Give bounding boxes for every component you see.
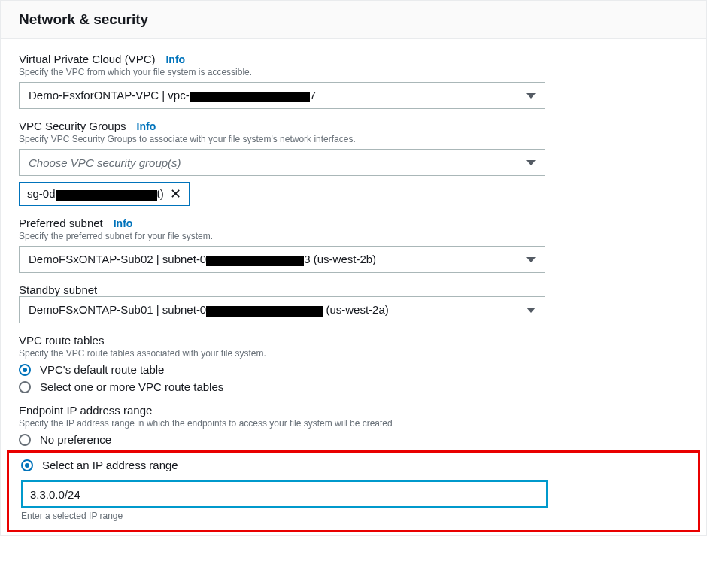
route-option-select-label: Select one or more VPC route tables xyxy=(40,380,223,393)
highlight-annotation: Select an IP address range 3.3.0.0/24 En… xyxy=(7,450,700,532)
vpc-info-link[interactable]: Info xyxy=(165,53,185,65)
radio-icon xyxy=(21,459,33,471)
route-tables-label: VPC route tables xyxy=(19,334,688,347)
standby-subnet-field: Standby subnet DemoFSxONTAP-Sub01 | subn… xyxy=(19,283,688,323)
standby-subnet-select[interactable]: DemoFSxONTAP-Sub01 | subnet-0 (us-west-2… xyxy=(19,296,545,323)
close-icon[interactable]: ✕ xyxy=(170,187,181,201)
preferred-subnet-select[interactable]: DemoFSxONTAP-Sub02 | subnet-03 (us-west-… xyxy=(19,246,545,273)
redacted-block xyxy=(190,92,310,102)
endpoint-option-nopref[interactable]: No preference xyxy=(19,433,688,446)
standby-subnet-value: DemoFSxONTAP-Sub01 | subnet-0 (us-west-2… xyxy=(29,303,389,316)
sg-hint: Specify VPC Security Groups to associate… xyxy=(19,134,688,144)
endpoint-hint: Specify the IP address range in which th… xyxy=(19,418,688,429)
endpoint-option-select-range-label: Select an IP address range xyxy=(42,459,178,471)
preferred-subnet-info-link[interactable]: Info xyxy=(114,217,133,229)
network-security-panel: Network & security Virtual Private Cloud… xyxy=(0,0,707,536)
ip-range-hint: Enter a selected IP range xyxy=(21,511,686,521)
ip-range-value: 3.3.0.0/24 xyxy=(30,488,80,501)
endpoint-field: Endpoint IP address range Specify the IP… xyxy=(19,404,688,532)
vpc-field: Virtual Private Cloud (VPC) Info Specify… xyxy=(19,53,688,109)
sg-select[interactable]: Choose VPC security group(s) xyxy=(19,149,545,176)
route-option-default-label: VPC's default route table xyxy=(40,363,164,376)
sg-field: VPC Security Groups Info Specify VPC Sec… xyxy=(19,120,688,206)
sg-selected-tag: sg-0dt) ✕ xyxy=(19,182,190,206)
sg-placeholder: Choose VPC security group(s) xyxy=(29,156,181,169)
sg-info-link[interactable]: Info xyxy=(137,120,156,132)
redacted-block xyxy=(206,256,304,266)
endpoint-option-select-range[interactable]: Select an IP address range xyxy=(21,459,686,471)
route-option-default[interactable]: VPC's default route table xyxy=(19,363,688,376)
chevron-down-icon xyxy=(526,257,536,262)
sg-label: VPC Security Groups xyxy=(19,120,126,132)
vpc-select[interactable]: Demo-FsxforONTAP-VPC | vpc-7 xyxy=(19,82,545,109)
preferred-subnet-field: Preferred subnet Info Specify the prefer… xyxy=(19,217,688,273)
redacted-block xyxy=(206,306,323,317)
radio-icon xyxy=(19,381,31,393)
chevron-down-icon xyxy=(526,308,536,313)
preferred-subnet-hint: Specify the preferred subnet for your fi… xyxy=(19,231,688,241)
redacted-block xyxy=(56,190,157,201)
panel-title: Network & security xyxy=(1,1,706,39)
endpoint-label: Endpoint IP address range xyxy=(19,404,688,417)
sg-tag-text: sg-0dt) xyxy=(27,187,164,200)
ip-range-input[interactable]: 3.3.0.0/24 xyxy=(21,480,548,508)
chevron-down-icon xyxy=(526,160,536,165)
standby-subnet-label: Standby subnet xyxy=(19,283,97,296)
route-tables-hint: Specify the VPC route tables associated … xyxy=(19,348,688,359)
route-tables-field: VPC route tables Specify the VPC route t… xyxy=(19,334,688,393)
route-option-select[interactable]: Select one or more VPC route tables xyxy=(19,380,688,393)
preferred-subnet-value: DemoFSxONTAP-Sub02 | subnet-03 (us-west-… xyxy=(29,253,376,265)
endpoint-option-nopref-label: No preference xyxy=(40,433,111,446)
vpc-hint: Specify the VPC from which your file sys… xyxy=(19,67,688,77)
vpc-select-value: Demo-FsxforONTAP-VPC | vpc-7 xyxy=(29,89,316,102)
preferred-subnet-label: Preferred subnet xyxy=(19,217,103,229)
radio-icon xyxy=(19,434,31,446)
chevron-down-icon xyxy=(526,93,536,99)
vpc-label: Virtual Private Cloud (VPC) xyxy=(19,53,155,65)
radio-icon xyxy=(19,364,31,376)
